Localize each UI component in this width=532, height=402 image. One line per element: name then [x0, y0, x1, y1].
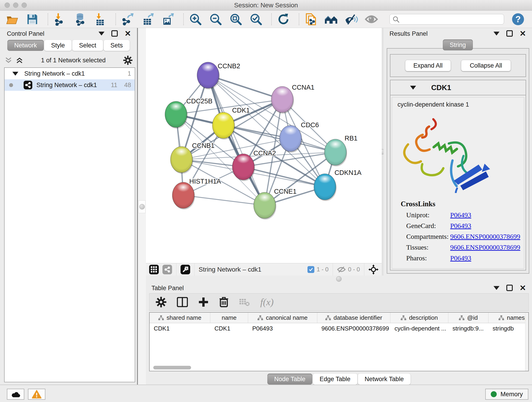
tab-sets[interactable]: Sets [104, 40, 130, 51]
tab-select[interactable]: Select [72, 40, 103, 51]
network-node-CDK1[interactable]: CDK1 [212, 107, 250, 140]
network-node-RB1[interactable]: RB1 [324, 134, 357, 166]
tab-style[interactable]: Style [44, 40, 72, 51]
zoom-selected-button[interactable] [249, 13, 263, 26]
table-horizontal-scrollbar[interactable] [153, 366, 191, 370]
close-panel-icon[interactable]: ✕ [520, 30, 526, 37]
splitter-grip-icon[interactable] [139, 204, 145, 210]
tab-network[interactable]: Network [7, 40, 44, 51]
table-cell[interactable]: CDK1 [210, 323, 248, 334]
hide-selected-button[interactable] [345, 13, 358, 26]
splitter-grip-icon[interactable] [336, 276, 342, 282]
collection-expand-icon[interactable] [12, 72, 18, 76]
network-node-CDC6[interactable]: CDC6 [279, 121, 319, 153]
minimize-window-icon[interactable] [13, 2, 18, 8]
show-columns-icon[interactable] [177, 297, 188, 307]
import-table-button[interactable] [94, 13, 107, 26]
tab-node-table[interactable]: Node Table [267, 374, 312, 385]
import-network-button[interactable] [53, 13, 66, 26]
export-network-button[interactable] [121, 13, 134, 26]
pan-crosshair-icon[interactable] [368, 264, 379, 274]
collapse-gene-icon[interactable] [410, 86, 416, 89]
show-graphics-details-button[interactable] [365, 13, 378, 26]
float-panel-icon[interactable] [111, 30, 118, 37]
tab-string[interactable]: String [443, 39, 473, 51]
column-header-canonical-name[interactable]: canonical name [248, 313, 317, 323]
network-badge-icon[interactable] [162, 265, 172, 274]
node-table[interactable]: shared namenamecanonical namedatabase id… [149, 312, 529, 371]
network-node-HIST1H1A[interactable]: HIST1H1A [172, 178, 221, 210]
warning-status-button[interactable] [28, 389, 45, 400]
column-header-description[interactable]: description [390, 313, 448, 323]
crosslink-link[interactable]: P06493 [450, 254, 471, 262]
selected-count-checkbox[interactable] [307, 266, 314, 273]
close-panel-icon[interactable]: ✕ [520, 285, 526, 291]
table-cell[interactable]: stringdb:9... [448, 323, 488, 334]
panel-menu-icon[interactable] [494, 32, 500, 36]
panel-menu-icon[interactable] [99, 32, 104, 36]
tab-network-table[interactable]: Network Table [358, 374, 411, 385]
table-cell[interactable]: P06493 [248, 323, 317, 334]
export-image-button[interactable] [161, 13, 175, 26]
network-node-CCNA1[interactable]: CCNA1 [271, 84, 314, 114]
tab-edge-table[interactable]: Edge Table [313, 374, 357, 385]
crosslink-link[interactable]: P06493 [450, 222, 471, 230]
delete-column-icon[interactable] [219, 297, 229, 307]
table-cell[interactable]: CDK1 [150, 323, 210, 334]
column-header-namespace[interactable]: namespace [488, 313, 529, 323]
crosslink-link[interactable]: P06493 [450, 211, 471, 219]
memory-button[interactable]: Memory [485, 389, 528, 400]
panel-menu-icon[interactable] [494, 286, 500, 290]
cloud-status-button[interactable] [7, 389, 24, 400]
collapse-all-button[interactable]: Collapse All [461, 60, 511, 71]
birds-eye-view-button[interactable] [181, 265, 190, 274]
network-options-gear-icon[interactable] [123, 56, 133, 65]
maximize-window-icon[interactable] [22, 2, 27, 8]
new-network-from-selection-button[interactable] [304, 13, 317, 26]
gene-section-header[interactable]: CDK1 [390, 80, 526, 95]
network-edge-CCNB2-CCNE1[interactable] [208, 75, 265, 205]
add-column-icon[interactable] [198, 297, 209, 307]
network-collection-row[interactable]: String Network – cdk1 1 [5, 68, 135, 79]
close-panel-icon[interactable]: ✕ [125, 30, 131, 37]
column-header-database-identifier[interactable]: database identifier [317, 313, 390, 323]
network-node-CCNE1[interactable]: CCNE1 [254, 188, 297, 220]
table-options-gear-icon[interactable] [156, 297, 166, 307]
right-splitter[interactable] [382, 28, 384, 275]
close-window-icon[interactable] [5, 2, 10, 8]
bottom-splitter[interactable] [146, 275, 532, 282]
table-cell[interactable]: cyclin-dependent ... [390, 323, 448, 334]
network-node-CCNB1[interactable]: CCNB1 [171, 142, 215, 174]
help-button[interactable]: ? [512, 13, 524, 26]
save-session-button[interactable] [26, 13, 39, 26]
left-splitter[interactable] [137, 28, 146, 385]
crosslink-link[interactable]: 9606.ENSP00000378699 [450, 243, 520, 251]
expand-all-icon[interactable] [16, 56, 23, 64]
column-header-name[interactable]: name [210, 313, 248, 323]
network-node-CDKN1A[interactable]: CDKN1A [314, 169, 361, 201]
table-cell[interactable]: 9606.ENSP00000378699 [317, 323, 390, 334]
zoom-out-button[interactable] [209, 13, 222, 26]
zoom-fit-button[interactable] [229, 13, 242, 26]
crosslink-link[interactable]: 9606.ENSP00000378699 [450, 233, 520, 240]
search-input[interactable] [389, 14, 504, 25]
zoom-in-button[interactable] [189, 13, 202, 26]
open-session-button[interactable] [6, 13, 19, 26]
network-graph[interactable]: CCNB2CCNA1CDC25BCDK1CDC6RB1CCNB1CCNA2CDK… [146, 28, 382, 263]
collapse-all-icon[interactable] [5, 56, 12, 64]
export-table-button[interactable] [141, 13, 154, 26]
network-edge-HIST1H1A-CCNE1[interactable] [183, 195, 265, 205]
table-vertical-scrollbar[interactable] [525, 313, 528, 371]
network-canvas[interactable]: CCNB2CCNA1CDC25BCDK1CDC6RB1CCNB1CCNA2CDK… [146, 28, 382, 263]
grid-view-button[interactable] [149, 265, 159, 274]
float-panel-icon[interactable] [506, 30, 513, 37]
column-header-@id[interactable]: @id [448, 313, 488, 323]
table-cell[interactable]: stringdb [488, 323, 529, 334]
first-neighbors-button[interactable] [324, 13, 338, 26]
import-network-database-button[interactable] [73, 13, 87, 26]
table-row[interactable]: CDK1CDK1P064939606.ENSP00000378699cyclin… [150, 323, 528, 334]
expand-all-button[interactable]: Expand All [405, 60, 451, 71]
apply-layout-button[interactable] [277, 13, 290, 26]
column-header-shared-name[interactable]: shared name [150, 313, 210, 323]
float-panel-icon[interactable] [506, 285, 513, 291]
